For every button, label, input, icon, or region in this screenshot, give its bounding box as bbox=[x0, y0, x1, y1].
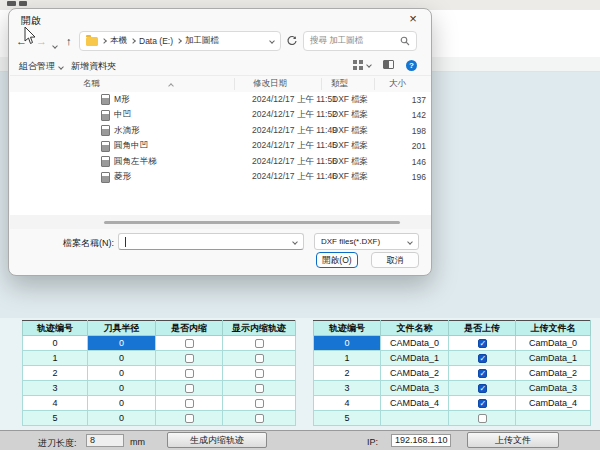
preview-pane-toggle[interactable] bbox=[383, 60, 394, 69]
cell-track-number[interactable]: 0 bbox=[23, 336, 88, 351]
cell-upload-file-name[interactable]: CamData_1 bbox=[516, 351, 591, 366]
cell-inset-checkbox[interactable] bbox=[185, 384, 194, 393]
cancel-button[interactable]: 取消 bbox=[371, 252, 419, 268]
file-date: 2024/12/17 上午 11:51 bbox=[252, 94, 337, 106]
cell-file-name[interactable]: CAMData_0 bbox=[381, 336, 449, 351]
cell-tool-radius[interactable]: 0 bbox=[88, 366, 156, 381]
column-header: 显示内缩轨迹 bbox=[223, 321, 296, 336]
cell-show-inset-track-checkbox[interactable] bbox=[255, 399, 264, 408]
cell-track-number[interactable]: 0 bbox=[314, 336, 381, 351]
column-header-type[interactable]: 類型 bbox=[331, 78, 348, 90]
dxf-file-icon bbox=[101, 94, 110, 105]
cell-inset-checkbox[interactable] bbox=[185, 399, 194, 408]
cell-upload-checkbox[interactable] bbox=[478, 384, 487, 393]
cell-track-number[interactable]: 3 bbox=[23, 381, 88, 396]
cell-upload-checkbox[interactable] bbox=[478, 399, 487, 408]
cell-upload-checkbox[interactable] bbox=[478, 414, 487, 423]
table-row: 0CAMData_0CamData_0 bbox=[314, 336, 591, 351]
generate-inset-track-button[interactable]: 生成内缩轨迹 bbox=[167, 432, 267, 448]
cell-file-name[interactable]: CAMData_3 bbox=[381, 381, 449, 396]
cell-tool-radius[interactable]: 0 bbox=[88, 336, 156, 351]
new-folder-button[interactable]: 新增資料夾 bbox=[71, 60, 116, 73]
refresh-icon[interactable] bbox=[286, 35, 298, 47]
breadcrumb[interactable]: 本機 Data (E:) 加工圖檔 bbox=[79, 31, 281, 51]
cell-file-name[interactable] bbox=[381, 411, 449, 426]
cell-inset-checkbox[interactable] bbox=[185, 414, 194, 423]
cell-track-number[interactable]: 1 bbox=[23, 351, 88, 366]
cell-track-number[interactable]: 4 bbox=[314, 396, 381, 411]
file-type: DXF 檔案 bbox=[332, 171, 368, 183]
search-input[interactable]: 搜尋 加工圖檔 bbox=[303, 31, 417, 51]
ip-input[interactable]: 192.168.1.10 bbox=[391, 434, 451, 447]
cell-upload-file-name[interactable]: CamData_0 bbox=[516, 336, 591, 351]
cell-upload-file-name[interactable] bbox=[516, 411, 591, 426]
file-row[interactable]: 中凹2024/12/17 上午 11:52DXF 檔案142 bbox=[10, 108, 431, 124]
column-header-date[interactable]: 修改日期 bbox=[253, 78, 287, 90]
cell-track-number[interactable]: 4 bbox=[23, 396, 88, 411]
file-date: 2024/12/17 上午 11:52 bbox=[252, 109, 337, 121]
organize-menu[interactable]: 組合管理 bbox=[19, 60, 63, 73]
column-header-size[interactable]: 大小 bbox=[389, 78, 406, 90]
file-row[interactable]: 菱形2024/12/17 上午 11:46DXF 檔案196 bbox=[10, 170, 431, 186]
scrollbar-thumb[interactable] bbox=[104, 221, 400, 224]
file-row[interactable]: 圓角左半梯2024/12/17 上午 11:56DXF 檔案146 bbox=[10, 154, 431, 170]
breadcrumb-item-this-pc[interactable]: 本機 bbox=[110, 35, 127, 47]
feed-length-label: 进刀长度: bbox=[38, 437, 77, 450]
file-row[interactable]: 水滴形2024/12/17 上午 11:49DXF 檔案198 bbox=[10, 123, 431, 139]
cell-tool-radius[interactable]: 0 bbox=[88, 411, 156, 426]
cell-file-name[interactable]: CAMData_4 bbox=[381, 396, 449, 411]
cell-tool-radius[interactable]: 0 bbox=[88, 351, 156, 366]
breadcrumb-item-drive[interactable]: Data (E:) bbox=[139, 36, 173, 46]
cell-inset-checkbox[interactable] bbox=[185, 339, 194, 348]
cell-track-number[interactable]: 3 bbox=[314, 381, 381, 396]
dxf-file-icon bbox=[101, 141, 110, 152]
cell-file-name[interactable]: CAMData_1 bbox=[381, 351, 449, 366]
cell-show-inset-track-checkbox[interactable] bbox=[255, 369, 264, 378]
close-icon[interactable]: × bbox=[406, 11, 420, 26]
up-icon[interactable]: ↑ bbox=[66, 35, 72, 47]
feed-length-input[interactable]: 8 bbox=[86, 434, 124, 447]
cell-tool-radius[interactable]: 0 bbox=[88, 381, 156, 396]
recent-locations-icon[interactable] bbox=[53, 40, 57, 50]
cell-upload-checkbox[interactable] bbox=[478, 369, 487, 378]
cell-track-number[interactable]: 2 bbox=[23, 366, 88, 381]
cell-upload-checkbox[interactable] bbox=[478, 339, 487, 348]
cell-upload-checkbox[interactable] bbox=[478, 354, 487, 363]
cell-tool-radius[interactable]: 0 bbox=[88, 396, 156, 411]
file-row[interactable]: M形2024/12/17 上午 11:51DXF 檔案137 bbox=[10, 92, 431, 108]
feed-unit-label: mm bbox=[130, 437, 145, 447]
panel-icon bbox=[383, 60, 394, 69]
file-row[interactable]: 圓角中凹2024/12/17 上午 11:45DXF 檔案201 bbox=[10, 139, 431, 155]
file-type: DXF 檔案 bbox=[332, 94, 368, 106]
cell-inset-checkbox[interactable] bbox=[185, 354, 194, 363]
filetype-select[interactable]: DXF files(*.DXF) bbox=[314, 233, 419, 250]
cell-track-number[interactable]: 5 bbox=[314, 411, 381, 426]
open-button[interactable]: 開啟(O) bbox=[316, 252, 358, 268]
help-button[interactable]: ? bbox=[406, 60, 417, 71]
cell-upload-file-name[interactable]: CamData_4 bbox=[516, 396, 591, 411]
table-row: 4CAMData_4CamData_4 bbox=[314, 396, 591, 411]
upload-file-button[interactable]: 上传文件 bbox=[467, 432, 559, 448]
filename-input[interactable] bbox=[118, 233, 304, 250]
cell-upload-file-name[interactable]: CamData_3 bbox=[516, 381, 591, 396]
file-date: 2024/12/17 上午 11:56 bbox=[252, 156, 337, 168]
column-header-name[interactable]: 名稱 bbox=[83, 78, 100, 90]
tool-table: 轨迹编号刀具半径是否内缩显示内缩轨迹 001020304050 bbox=[22, 320, 296, 426]
cell-upload-file-name[interactable]: CamData_2 bbox=[516, 366, 591, 381]
cell-file-name[interactable]: CAMData_2 bbox=[381, 366, 449, 381]
cell-track-number[interactable]: 1 bbox=[314, 351, 381, 366]
cell-show-inset-track-checkbox[interactable] bbox=[255, 339, 264, 348]
cell-show-inset-track-checkbox[interactable] bbox=[255, 354, 264, 363]
address-dropdown-icon[interactable] bbox=[269, 38, 275, 44]
cell-track-number[interactable]: 5 bbox=[23, 411, 88, 426]
filename-dropdown-icon[interactable] bbox=[292, 239, 298, 245]
cell-upload bbox=[449, 366, 516, 381]
view-mode-button[interactable] bbox=[353, 60, 371, 70]
horizontal-scrollbar[interactable] bbox=[10, 215, 431, 229]
breadcrumb-item-folder[interactable]: 加工圖檔 bbox=[185, 35, 219, 47]
cell-track-number[interactable]: 2 bbox=[314, 366, 381, 381]
cell-show-inset-track-checkbox[interactable] bbox=[255, 414, 264, 423]
cell-inset-checkbox[interactable] bbox=[185, 369, 194, 378]
cell-show-inset-track-checkbox[interactable] bbox=[255, 384, 264, 393]
forward-icon[interactable]: → bbox=[36, 35, 47, 47]
